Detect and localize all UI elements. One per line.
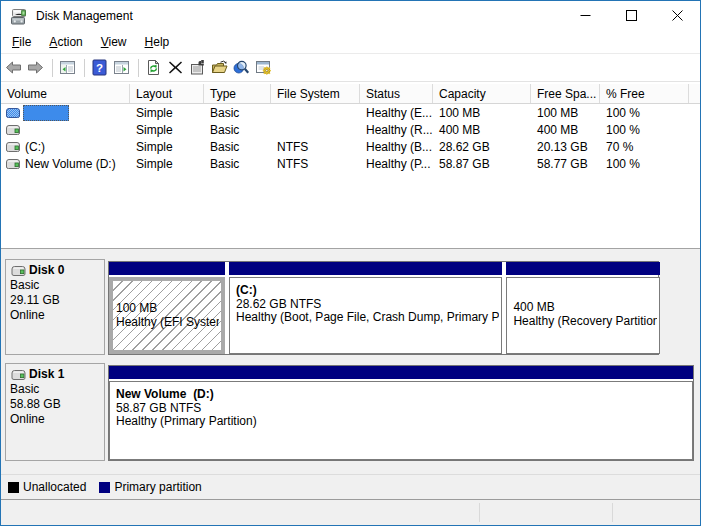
minimize-button[interactable]	[562, 1, 608, 30]
help-button[interactable]: ?	[91, 59, 108, 76]
menu-bar: File Action View Help	[1, 30, 700, 54]
back-button[interactable]	[5, 59, 22, 76]
close-button[interactable]	[654, 1, 700, 30]
cell-pct-free: 70 %	[600, 140, 689, 154]
column-header-pct-free[interactable]: % Free	[600, 84, 689, 103]
minimize-icon	[580, 10, 591, 21]
window-title: Disk Management	[36, 9, 133, 23]
help-icon: ?	[91, 59, 108, 76]
volume-row-recovery[interactable]: Simple Basic Healthy (R... 400 MB 400 MB…	[1, 121, 700, 138]
statusbar-separator	[479, 503, 480, 522]
partition-recovery[interactable]: 400 MB Healthy (Recovery Partition	[506, 262, 660, 354]
disk-management-app-icon	[9, 6, 29, 26]
disk-0-row: Disk 0 Basic 29.11 GB Online 100 MB Heal…	[1, 259, 700, 355]
cell-free-space: 400 MB	[531, 123, 600, 137]
disk-0-band: 100 MB Healthy (EFI System (C:) 28.62 GB…	[108, 261, 659, 355]
column-header-volume[interactable]: Volume	[1, 84, 130, 103]
forward-button[interactable]	[27, 59, 44, 76]
unallocated-swatch	[8, 482, 19, 493]
find-button[interactable]	[233, 59, 250, 76]
column-header-status[interactable]: Status	[360, 84, 433, 103]
partition-d[interactable]: New Volume (D:) 58.87 GB NTFS Healthy (P…	[109, 366, 693, 460]
menu-action[interactable]: Action	[49, 35, 82, 49]
column-header-free-space[interactable]: Free Spa...	[531, 84, 600, 103]
volume-row-c[interactable]: (C:) Simple Basic NTFS Healthy (B... 28.…	[1, 138, 700, 155]
refresh-button[interactable]	[145, 59, 162, 76]
menu-file[interactable]: File	[12, 35, 31, 49]
cell-capacity: 58.87 GB	[433, 157, 531, 171]
disk-status: Online	[10, 412, 104, 427]
back-arrow-icon	[5, 59, 22, 76]
partition-status: Healthy (Recovery Partition	[513, 315, 657, 329]
properties-button[interactable]	[189, 59, 206, 76]
show-console-tree-button[interactable]	[59, 59, 76, 76]
properties-icon	[189, 59, 206, 76]
partition-status: Healthy (EFI System	[116, 316, 219, 330]
partition-size: 400 MB	[513, 301, 657, 315]
volume-icon	[5, 140, 21, 153]
cell-capacity: 100 MB	[433, 106, 531, 120]
disk-status: Online	[10, 308, 104, 323]
volume-name	[23, 129, 27, 131]
disk-management-window: Disk Management File Action View Help	[0, 0, 701, 526]
cell-file-system: NTFS	[271, 157, 360, 171]
partition-name: New Volume (D:)	[116, 388, 690, 402]
status-bar	[1, 500, 700, 525]
close-icon	[672, 10, 683, 21]
cell-pct-free: 100 %	[600, 157, 689, 171]
disk-kind: Basic	[10, 278, 104, 293]
disk-1-row: Disk 1 Basic 58.88 GB Online New Volume …	[1, 363, 700, 461]
primary-partition-swatch	[99, 482, 110, 493]
partition-size: 28.62 GB NTFS	[236, 298, 499, 312]
statusbar-separator	[612, 503, 613, 522]
column-header-capacity[interactable]: Capacity	[433, 84, 531, 103]
cell-type: Basic	[204, 106, 271, 120]
show-action-pane-button[interactable]	[113, 59, 130, 76]
action-pane-icon	[113, 59, 130, 76]
menu-help[interactable]: Help	[145, 35, 170, 49]
volume-name: (C:)	[23, 139, 47, 155]
menu-view[interactable]: View	[101, 35, 127, 49]
column-header-layout[interactable]: Layout	[130, 84, 204, 103]
partition-color-strip	[109, 262, 225, 275]
delete-button[interactable]	[167, 59, 184, 76]
magnifier-icon	[233, 59, 250, 76]
cell-layout: Simple	[130, 123, 204, 137]
column-header-file-system[interactable]: File System	[271, 84, 360, 103]
partition-c[interactable]: (C:) 28.62 GB NTFS Healthy (Boot, Page F…	[229, 262, 502, 354]
volume-icon	[5, 123, 21, 136]
maximize-icon	[626, 10, 637, 21]
cell-type: Basic	[204, 123, 271, 137]
forward-arrow-icon	[27, 59, 44, 76]
volume-row-d[interactable]: New Volume (D:) Simple Basic NTFS Health…	[1, 155, 700, 172]
title-bar: Disk Management	[1, 1, 700, 30]
column-header-type[interactable]: Type	[204, 84, 271, 103]
graphical-view: Disk 0 Basic 29.11 GB Online 100 MB Heal…	[1, 249, 700, 474]
toolbar-separator	[138, 59, 139, 77]
disk-icon	[10, 264, 27, 277]
disk-1-label[interactable]: Disk 1 Basic 58.88 GB Online	[5, 363, 105, 461]
volume-icon-selected	[5, 106, 21, 119]
toolbar-separator	[52, 59, 53, 77]
cell-status: Healthy (P...	[360, 157, 433, 171]
cell-type: Basic	[204, 140, 271, 154]
partition-name: (C:)	[236, 284, 499, 298]
partition-color-strip	[229, 262, 502, 275]
cell-capacity: 28.62 GB	[433, 140, 531, 154]
primary-partition-label: Primary partition	[114, 480, 201, 494]
partition-size: 58.87 GB NTFS	[116, 402, 690, 416]
volume-icon	[5, 157, 21, 170]
volume-name: New Volume (D:)	[23, 156, 118, 172]
cell-type: Basic	[204, 157, 271, 171]
open-button[interactable]	[211, 59, 228, 76]
partition-color-strip	[506, 262, 660, 275]
volume-row-efi[interactable]: Simple Basic Healthy (E... 100 MB 100 MB…	[1, 104, 700, 121]
volume-name	[23, 105, 69, 121]
svg-text:?: ?	[96, 62, 103, 74]
partition-efi[interactable]: 100 MB Healthy (EFI System	[109, 262, 225, 354]
disk-kind: Basic	[10, 382, 104, 397]
disk-0-label[interactable]: Disk 0 Basic 29.11 GB Online	[5, 259, 105, 355]
maximize-button[interactable]	[608, 1, 654, 30]
manage-button[interactable]	[255, 59, 272, 76]
column-header-filler	[689, 84, 700, 103]
